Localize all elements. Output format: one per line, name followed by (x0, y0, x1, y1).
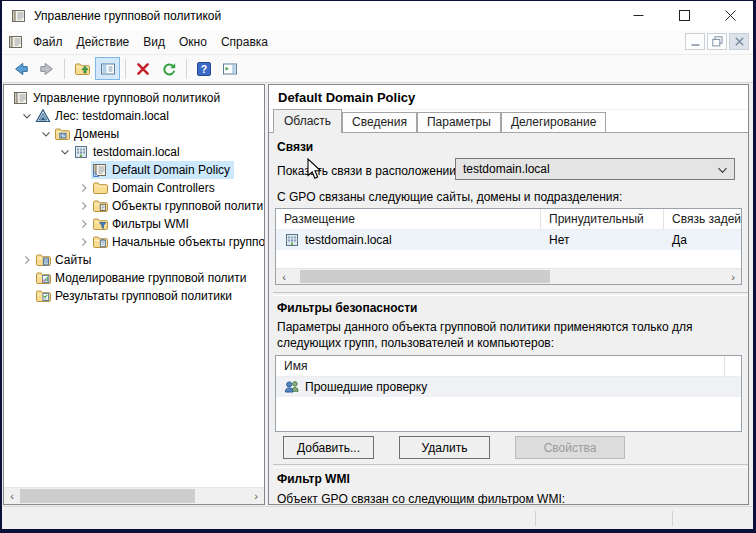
chevron-collapsed-icon[interactable] (20, 252, 34, 268)
mdi-close-button[interactable] (729, 33, 749, 50)
menu-file[interactable]: Файл (26, 32, 70, 52)
add-button[interactable]: Добавить... (283, 436, 374, 459)
tab-scope[interactable]: Область (273, 109, 342, 133)
tree-item-gp-results[interactable]: Результаты групповой политики (4, 287, 236, 305)
column-header[interactable]: Связь задействована (664, 209, 742, 229)
security-list-row[interactable]: Прошедшие проверку (276, 377, 741, 397)
links-scrollbar-thumb[interactable] (300, 270, 550, 283)
mdi-restore-button[interactable] (707, 33, 727, 50)
tree-item-domains[interactable]: Домены (4, 125, 123, 143)
title-bar[interactable]: Управление групповой политикой (2, 1, 753, 30)
scroll-right-icon[interactable]: › (725, 269, 741, 284)
menu-items: ФайлДействиеВидОкноСправка (24, 32, 275, 52)
security-principal-name: Прошедшие проверку (305, 380, 427, 394)
tree-item-gp-modeling[interactable]: Моделирование групповой полити (4, 269, 250, 287)
details-panel: Default Domain Policy ОбластьСведенияПар… (268, 84, 749, 505)
tree-item-root[interactable]: Управление групповой политикой (4, 89, 224, 107)
menu-bar: ФайлДействиеВидОкноСправка (2, 30, 753, 54)
tree-item-domain-testdomain[interactable]: testdomain.local (4, 143, 184, 161)
column-header[interactable]: Принудительный (541, 209, 664, 229)
links-table-row[interactable]: testdomain.localНетДа (276, 230, 741, 250)
maximize-button[interactable] (661, 1, 707, 30)
tree-item-default-domain-policy[interactable]: Default Domain Policy (4, 161, 234, 179)
folder-up-icon (74, 61, 90, 77)
scroll-left-icon[interactable]: ‹ (276, 269, 292, 284)
tree-item-wmi-filters[interactable]: Фильтры WMI (4, 215, 193, 233)
menu-help[interactable]: Справка (214, 32, 275, 52)
location-dropdown[interactable]: testdomain.local (455, 158, 735, 180)
toolbar-refresh-button[interactable] (156, 57, 181, 80)
scroll-left-icon[interactable]: ‹ (4, 488, 20, 504)
column-header[interactable]: Размещение (276, 209, 541, 229)
close-button[interactable] (707, 1, 753, 30)
menu-view[interactable]: Вид (136, 32, 172, 52)
section-divider (273, 292, 748, 296)
screen: Управление групповой политикой ФайлДейст… (0, 0, 756, 533)
mdi-minimize-button[interactable] (685, 33, 705, 50)
tree-item-domain-controllers[interactable]: Domain Controllers (4, 179, 219, 197)
tree-item-label: Domain Controllers (112, 181, 215, 195)
remove-button[interactable]: Удалить (399, 436, 490, 459)
menu-window[interactable]: Окно (172, 32, 214, 52)
tab-strip: ОбластьСведенияПараметрыДелегирование (269, 110, 748, 132)
links-table-scrollbar[interactable]: ‹ › (276, 268, 741, 284)
tree-horizontal-scrollbar[interactable]: ‹ › (4, 487, 264, 504)
tree-item-label: Сайты (55, 253, 91, 267)
gpmc-window: Управление групповой политикой ФайлДейст… (2, 1, 753, 529)
tree-item-label: Лес: testdomain.local (55, 109, 169, 123)
tree-scrollbar-thumb[interactable] (20, 489, 195, 503)
tab-delegation[interactable]: Делегирование (501, 112, 606, 132)
help-icon: ? (196, 61, 212, 77)
security-filter-list: ИмяПрошедшие проверку (275, 355, 742, 432)
modeling-icon (35, 270, 51, 286)
tree-item-forest[interactable]: Лес: testdomain.local (4, 107, 173, 125)
toolbar-back-button[interactable] (8, 57, 33, 80)
column-header[interactable]: Имя (276, 356, 725, 376)
tab-details[interactable]: Сведения (342, 112, 417, 132)
links-caption: С GPO связаны следующие сайты, домены и … (277, 190, 622, 204)
toolbar-up-one-level-button[interactable] (69, 57, 94, 80)
section-divider (273, 464, 748, 468)
tree-item-starter-gpos[interactable]: Начальные объекты группо (4, 233, 265, 251)
window-controls (615, 1, 753, 30)
tree-item-gpo-objects[interactable]: Объекты групповой полити (4, 197, 265, 215)
action-pane-icon (222, 61, 238, 77)
console-tree-icon (100, 61, 116, 77)
folder-wmi-icon (92, 216, 108, 232)
toolbar-help-button[interactable]: ? (191, 57, 216, 80)
gpo-title: Default Domain Policy (278, 90, 415, 105)
chevron-expanded-icon[interactable] (20, 108, 34, 124)
tab-settings[interactable]: Параметры (417, 112, 501, 132)
security-section-title: Фильтры безопасности (277, 301, 417, 315)
folder-sites-icon (35, 252, 51, 268)
chevron-down-icon (717, 165, 728, 179)
toolbar-toggle-action-pane-button[interactable] (217, 57, 242, 80)
tree-item-sites[interactable]: Сайты (4, 251, 95, 269)
chevron-collapsed-icon[interactable] (77, 216, 91, 232)
tree-item-label: Результаты групповой политики (55, 289, 232, 303)
tree-item-label: Домены (74, 127, 119, 141)
chevron-collapsed-icon[interactable] (77, 180, 91, 196)
chevron-expanded-icon[interactable] (58, 144, 72, 160)
chevron-collapsed-icon[interactable] (77, 234, 91, 250)
toolbar-delete-button[interactable] (130, 57, 155, 80)
users-group-icon (284, 379, 300, 395)
security-list-header: Имя (276, 356, 741, 377)
menu-action[interactable]: Действие (70, 32, 137, 52)
scroll-right-icon[interactable]: › (248, 488, 264, 504)
show-links-label: Показать связи в расположении: (277, 164, 459, 178)
toolbar-forward-button[interactable] (34, 57, 59, 80)
statusbar-divider (535, 511, 536, 526)
domain-server-icon (73, 144, 89, 160)
gpmc-scroll-icon (13, 90, 29, 106)
toolbar-separator (125, 59, 126, 79)
tree-item-label: Объекты групповой полити (112, 199, 263, 213)
chevron-collapsed-icon[interactable] (77, 198, 91, 214)
link-enabled-value: Да (672, 233, 687, 247)
toolbar-toggle-console-tree-button[interactable] (95, 57, 120, 80)
chevron-expanded-icon[interactable] (39, 126, 53, 142)
minimize-button[interactable] (615, 1, 661, 30)
results-icon (35, 288, 51, 304)
gpmc-app-icon (11, 8, 27, 24)
tree-item-label: Управление групповой политикой (33, 91, 220, 105)
